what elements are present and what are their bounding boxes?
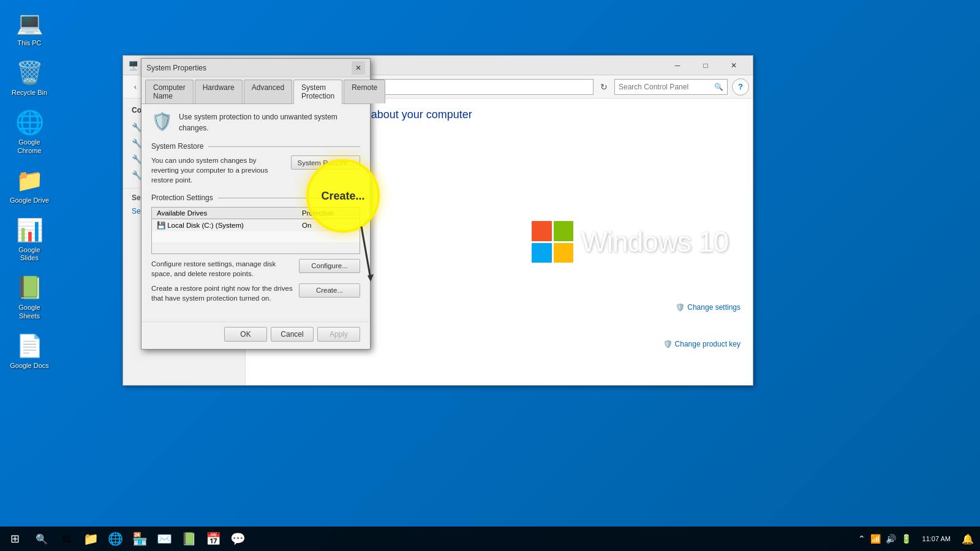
- desktop: 💻 This PC 🗑️ Recycle Bin 🌐 Google Chrome…: [0, 0, 980, 551]
- table-row-empty2: [152, 242, 360, 253]
- taskbar-app-task-view[interactable]: ⧉: [54, 527, 78, 551]
- desktop-icon-sheets[interactable]: 📗 Google Sheets: [6, 271, 53, 322]
- cancel-button[interactable]: Cancel: [271, 327, 314, 342]
- table-row-empty1: [152, 231, 360, 242]
- slides-label: Google Slides: [9, 246, 50, 262]
- tab-remote[interactable]: Remote: [344, 80, 385, 103]
- protection-status-cell: On: [297, 219, 360, 232]
- dialog-info-text: Use system protection to undo unwanted s…: [179, 111, 360, 133]
- col-available-drives: Available Drives: [152, 208, 298, 219]
- protection-settings-header: Protection Settings: [151, 193, 360, 202]
- tray-chevron-icon[interactable]: ⌃: [857, 533, 867, 545]
- taskbar-app-mail[interactable]: ✉️: [152, 527, 176, 551]
- start-button[interactable]: ⊞: [0, 527, 29, 551]
- tab-hardware[interactable]: Hardware: [195, 80, 243, 103]
- dialog-titlebar: System Properties ✕: [141, 59, 370, 77]
- windows-logo-area: Windows 10: [532, 221, 728, 263]
- tab-advanced[interactable]: Advanced: [244, 80, 292, 103]
- chrome-label: Google Chrome: [9, 138, 50, 154]
- system-restore-header: System Restore: [151, 142, 360, 151]
- system-restore-button[interactable]: System Restore...: [291, 156, 360, 170]
- apply-button[interactable]: Apply: [317, 327, 360, 342]
- windows-logo-squares: [532, 221, 573, 263]
- this-pc-label: This PC: [17, 39, 41, 47]
- restore-row: You can undo system changes by reverting…: [151, 156, 360, 185]
- drive-name: Local Disk (C:) (System): [167, 222, 244, 229]
- logo-square-2: [554, 221, 574, 241]
- desktop-icon-drive[interactable]: 📁 Google Drive: [6, 163, 53, 207]
- col-protection: Protection: [297, 208, 360, 219]
- change-settings-link[interactable]: 🛡️ Change settings: [676, 303, 741, 312]
- window-controls: ─ □ ✕: [663, 56, 748, 75]
- desktop-icon-this-pc[interactable]: 💻 This PC: [6, 6, 53, 50]
- protection-table: Available Drives Protection 💾 Local Disk…: [151, 207, 360, 254]
- desktop-icon-chrome[interactable]: 🌐 Google Chrome: [6, 105, 53, 157]
- tab-computer-name[interactable]: Computer Name: [145, 80, 194, 103]
- windows-brand-text: Windows 10: [581, 225, 728, 258]
- taskbar-app-chrome[interactable]: 🌐: [103, 527, 127, 551]
- dialog-close-button[interactable]: ✕: [352, 61, 365, 75]
- drive-label: Google Drive: [10, 197, 49, 204]
- taskbar-tray: ⌃ 📶 🔊 🔋: [852, 533, 918, 545]
- dialog-title: System Properties: [146, 64, 352, 72]
- logo-square-1: [532, 221, 552, 241]
- desktop-icon-slides[interactable]: 📊 Google Slides: [6, 213, 53, 264]
- slides-icon: 📊: [15, 216, 44, 245]
- logo-square-4: [554, 243, 574, 263]
- docs-icon: 📄: [15, 331, 44, 361]
- tray-network-icon[interactable]: 📶: [869, 533, 882, 545]
- dialog-tabs: Computer Name Hardware Advanced System P…: [141, 77, 370, 104]
- taskbar: ⊞ 🔍 ⧉ 📁 🌐 🏪 ✉️ 📗 📅 💬 ⌃ 📶 🔊 🔋 11:07 AM 🔔: [0, 527, 980, 551]
- maximize-button[interactable]: □: [692, 56, 720, 75]
- system-props-dialog: System Properties ✕ Computer Name Hardwa…: [141, 58, 371, 350]
- tab-system-protection[interactable]: System Protection: [293, 80, 342, 104]
- taskbar-app-calendar[interactable]: 📅: [201, 527, 225, 551]
- create-row: Create a restore point right now for the…: [151, 283, 360, 303]
- change-product-link[interactable]: 🛡️ Change product key: [663, 340, 741, 348]
- search-box: 🔍: [614, 79, 728, 95]
- taskbar-app-store[interactable]: 🏪: [127, 527, 152, 551]
- protection-info-icon: 🛡️: [151, 111, 173, 132]
- shield-icon: 🛡️: [676, 303, 685, 312]
- sheets-label: Google Sheets: [9, 304, 50, 320]
- system-restore-section: System Restore You can undo system chang…: [151, 142, 360, 185]
- close-button[interactable]: ✕: [720, 56, 748, 75]
- configure-row: Configure restore settings, manage disk …: [151, 259, 360, 279]
- sheets-icon: 📗: [15, 273, 44, 302]
- help-button[interactable]: ?: [732, 78, 749, 96]
- search-input[interactable]: [619, 83, 712, 91]
- desktop-icons: 💻 This PC 🗑️ Recycle Bin 🌐 Google Chrome…: [6, 6, 53, 372]
- desktop-icon-docs[interactable]: 📄 Google Docs: [6, 329, 53, 372]
- taskbar-search-button[interactable]: 🔍: [29, 527, 54, 551]
- search-icon: 🔍: [714, 83, 723, 91]
- dialog-info: 🛡️ Use system protection to undo unwante…: [151, 111, 360, 133]
- taskbar-notification-button[interactable]: 🔔: [956, 527, 980, 551]
- taskbar-app-excel[interactable]: 📗: [176, 527, 201, 551]
- taskbar-app-file-explorer[interactable]: 📁: [78, 527, 103, 551]
- configure-button[interactable]: Configure...: [299, 259, 360, 273]
- minimize-button[interactable]: ─: [663, 56, 692, 75]
- desktop-icon-recycle-bin[interactable]: 🗑️ Recycle Bin: [6, 56, 53, 99]
- drive-icon: 💾: [157, 222, 165, 229]
- drive-name-cell: 💾 Local Disk (C:) (System): [152, 219, 298, 232]
- logo-square-3: [532, 243, 552, 263]
- tray-battery-icon[interactable]: 🔋: [900, 533, 913, 545]
- configure-description: Configure restore settings, manage disk …: [151, 259, 293, 279]
- docs-label: Google Docs: [10, 362, 49, 370]
- create-button[interactable]: Create...: [299, 283, 360, 298]
- refresh-button[interactable]: ↻: [595, 78, 612, 96]
- table-row[interactable]: 💾 Local Disk (C:) (System) On: [152, 219, 360, 232]
- taskbar-apps: ⧉ 📁 🌐 🏪 ✉️ 📗 📅 💬: [54, 527, 852, 551]
- recycle-bin-icon: 🗑️: [15, 58, 44, 88]
- window-icon: 🖥️: [128, 61, 138, 70]
- create-description: Create a restore point right now for the…: [151, 283, 293, 303]
- chrome-icon: 🌐: [15, 108, 44, 137]
- dialog-body: 🛡️ Use system protection to undo unwante…: [141, 104, 370, 319]
- protection-settings-section: Protection Settings Available Drives Pro…: [151, 193, 360, 303]
- tray-volume-icon[interactable]: 🔊: [884, 533, 897, 545]
- taskbar-time[interactable]: 11:07 AM: [918, 534, 956, 543]
- ok-button[interactable]: OK: [224, 327, 267, 342]
- taskbar-app-teams[interactable]: 💬: [225, 527, 250, 551]
- drive-icon: 📁: [15, 166, 44, 195]
- dialog-footer: OK Cancel Apply: [141, 321, 370, 349]
